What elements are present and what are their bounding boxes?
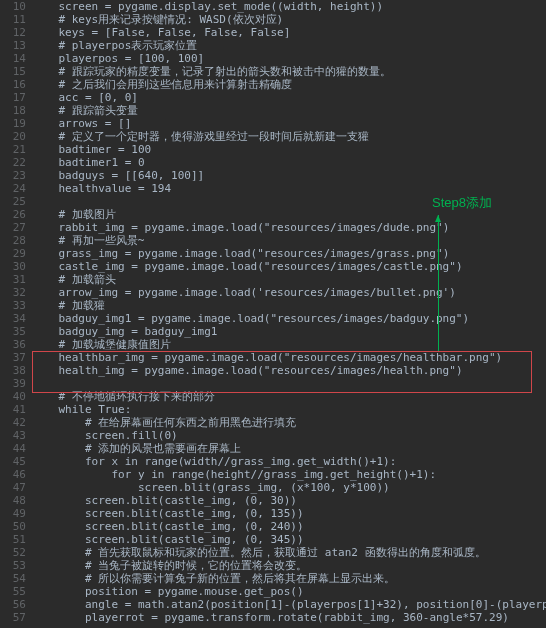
line-number: 45 (0, 455, 26, 468)
code-line: health_img = pygame.image.load("resource… (32, 364, 546, 377)
code-line: keys = [False, False, False, False] (32, 26, 546, 39)
line-number: 32 (0, 286, 26, 299)
step8-annotation-label: Step8添加 (432, 196, 492, 209)
code-line: acc = [0, 0] (32, 91, 546, 104)
line-number: 36 (0, 338, 26, 351)
line-number: 51 (0, 533, 26, 546)
line-number: 54 (0, 572, 26, 585)
line-number: 47 (0, 481, 26, 494)
code-line: angle = math.atan2(position[1]-(playerpo… (32, 598, 546, 611)
code-line: # 首先获取鼠标和玩家的位置。然后，获取通过 atan2 函数得出的角度和弧度。 (32, 546, 546, 559)
line-number: 37 (0, 351, 26, 364)
code-line: badguy_img = badguy_img1 (32, 325, 546, 338)
code-line: playerrot = pygame.transform.rotate(rabb… (32, 611, 546, 624)
code-line: # 加载獾 (32, 299, 546, 312)
line-number: 31 (0, 273, 26, 286)
line-number: 13 (0, 39, 26, 52)
line-number: 56 (0, 598, 26, 611)
line-number: 30 (0, 260, 26, 273)
line-number: 38 (0, 364, 26, 377)
code-line: # 之后我们会用到这些信息用来计算射击精确度 (32, 78, 546, 91)
code-line: # 当兔子被旋转的时候，它的位置将会改变。 (32, 559, 546, 572)
line-number-gutter: 1011121314151617181920212223242526272829… (0, 0, 32, 624)
code-line: # 不停地循环执行接下来的部分 (32, 390, 546, 403)
line-number: 34 (0, 312, 26, 325)
line-number: 41 (0, 403, 26, 416)
code-line: rabbit_img = pygame.image.load("resource… (32, 221, 546, 234)
code-line (32, 377, 546, 390)
code-line: playerpos = [100, 100] (32, 52, 546, 65)
line-number: 35 (0, 325, 26, 338)
code-line: # 跟踪箭头变量 (32, 104, 546, 117)
line-number: 11 (0, 13, 26, 26)
code-line: screen.blit(castle_img, (0, 30)) (32, 494, 546, 507)
line-number: 27 (0, 221, 26, 234)
step8-annotation-arrow (438, 215, 439, 351)
code-line: screen.blit(castle_img, (0, 135)) (32, 507, 546, 520)
code-line: position = pygame.mouse.get_pos() (32, 585, 546, 598)
code-line: # 所以你需要计算兔子新的位置，然后将其在屏幕上显示出来。 (32, 572, 546, 585)
code-line: for y in range(height//grass_img.get_hei… (32, 468, 546, 481)
code-line: # 定义了一个定时器，使得游戏里经过一段时间后就新建一支獾 (32, 130, 546, 143)
code-editor: 1011121314151617181920212223242526272829… (0, 0, 546, 624)
code-line: # 跟踪玩家的精度变量，记录了射出的箭头数和被击中的獾的数量。 (32, 65, 546, 78)
code-line: # 加载城堡健康值图片 (32, 338, 546, 351)
line-number: 57 (0, 611, 26, 624)
line-number: 17 (0, 91, 26, 104)
code-line: # keys用来记录按键情况: WASD(依次对应) (32, 13, 546, 26)
line-number: 19 (0, 117, 26, 130)
line-number: 21 (0, 143, 26, 156)
code-line: screen.blit(grass_img, (x*100, y*100)) (32, 481, 546, 494)
line-number: 53 (0, 559, 26, 572)
code-line: grass_img = pygame.image.load("resources… (32, 247, 546, 260)
code-line: badguy_img1 = pygame.image.load("resourc… (32, 312, 546, 325)
code-line: # playerpos表示玩家位置 (32, 39, 546, 52)
line-number: 25 (0, 195, 26, 208)
line-number: 43 (0, 429, 26, 442)
line-number: 39 (0, 377, 26, 390)
line-number: 49 (0, 507, 26, 520)
line-number: 23 (0, 169, 26, 182)
line-number: 44 (0, 442, 26, 455)
line-number: 20 (0, 130, 26, 143)
code-line: screen.blit(castle_img, (0, 345)) (32, 533, 546, 546)
line-number: 15 (0, 65, 26, 78)
code-line: arrows = [] (32, 117, 546, 130)
code-line: castle_img = pygame.image.load("resource… (32, 260, 546, 273)
code-line: healthvalue = 194 (32, 182, 546, 195)
line-number: 16 (0, 78, 26, 91)
code-line: screen = pygame.display.set_mode((width,… (32, 0, 546, 13)
line-number: 52 (0, 546, 26, 559)
code-line: badtimer1 = 0 (32, 156, 546, 169)
line-number: 26 (0, 208, 26, 221)
line-number: 42 (0, 416, 26, 429)
code-line: badtimer = 100 (32, 143, 546, 156)
code-line: # 在给屏幕画任何东西之前用黑色进行填充 (32, 416, 546, 429)
line-number: 18 (0, 104, 26, 117)
code-line: arrow_img = pygame.image.load('resources… (32, 286, 546, 299)
line-number: 40 (0, 390, 26, 403)
code-line: # 加载箭头 (32, 273, 546, 286)
line-number: 33 (0, 299, 26, 312)
line-number: 50 (0, 520, 26, 533)
code-line: # 添加的风景也需要画在屏幕上 (32, 442, 546, 455)
code-line: healthbar_img = pygame.image.load("resou… (32, 351, 546, 364)
line-number: 46 (0, 468, 26, 481)
line-number: 22 (0, 156, 26, 169)
line-number: 29 (0, 247, 26, 260)
line-number: 48 (0, 494, 26, 507)
line-number: 55 (0, 585, 26, 598)
code-line: screen.blit(castle_img, (0, 240)) (32, 520, 546, 533)
code-line: while True: (32, 403, 546, 416)
line-number: 10 (0, 0, 26, 13)
code-area: screen = pygame.display.set_mode((width,… (32, 0, 546, 624)
line-number: 24 (0, 182, 26, 195)
line-number: 12 (0, 26, 26, 39)
code-line: badguys = [[640, 100]] (32, 169, 546, 182)
code-line: for x in range(width//grass_img.get_widt… (32, 455, 546, 468)
code-line: # 再加一些风景~ (32, 234, 546, 247)
code-line: screen.fill(0) (32, 429, 546, 442)
line-number: 28 (0, 234, 26, 247)
line-number: 14 (0, 52, 26, 65)
